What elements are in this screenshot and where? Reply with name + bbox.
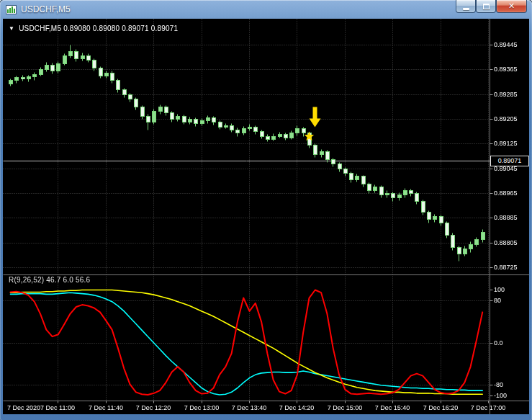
minimize-icon (463, 8, 469, 10)
restore-button[interactable] (476, 0, 496, 13)
close-icon: ✕ (508, 2, 515, 10)
close-button[interactable]: ✕ (496, 0, 527, 13)
chart-app-icon (6, 5, 17, 14)
current-price-box: 0.89071 (490, 156, 529, 166)
time-axis-label: 7 Dec 17:00 (471, 404, 506, 411)
time-axis-label: 7 Dec 15:00 (328, 404, 363, 411)
title-bar[interactable]: USDCHF,M5 ✕ (0, 0, 532, 19)
symbol-ohlc-label: ▼ USDCHF,M5 0.89080 0.89080 0.89071 0.89… (9, 24, 178, 32)
time-axis-label: 7 Dec 15:40 (375, 404, 410, 411)
app-window: USDCHF,M5 ✕ ▼ USDCHF,M5 0.89080 0.89080 … (0, 0, 532, 420)
window-title: USDCHF,M5 (21, 4, 71, 14)
time-axis-label: 7 Dec 16:20 (423, 404, 459, 411)
time-axis-label: 7 Dec 11:00 (40, 404, 75, 411)
window-controls: ✕ (456, 0, 527, 13)
time-axis[interactable]: 7 Dec 20207 Dec 11:007 Dec 11:407 Dec 12… (3, 19, 529, 414)
time-axis-label: 7 Dec 13:40 (232, 404, 267, 411)
minimize-button[interactable] (456, 0, 476, 13)
symbol-ohlc-text: USDCHF,M5 0.89080 0.89080 0.89071 0.8907… (19, 24, 178, 32)
time-axis-label: 7 Dec 2020 (7, 404, 40, 411)
time-axis-label: 7 Dec 14:20 (279, 404, 315, 411)
time-axis-label: 7 Dec 12:20 (136, 404, 171, 411)
time-axis-label: 7 Dec 11:40 (89, 404, 123, 411)
restore-icon (483, 4, 490, 9)
chart-area: ▼ USDCHF,M5 0.89080 0.89080 0.89071 0.89… (3, 19, 529, 414)
indicator-label: R(9,26,52) 46.7 6.0 56.6 (9, 276, 90, 284)
symbol-dropdown-icon[interactable]: ▼ (9, 25, 14, 32)
time-axis-label: 7 Dec 13:00 (184, 404, 220, 411)
